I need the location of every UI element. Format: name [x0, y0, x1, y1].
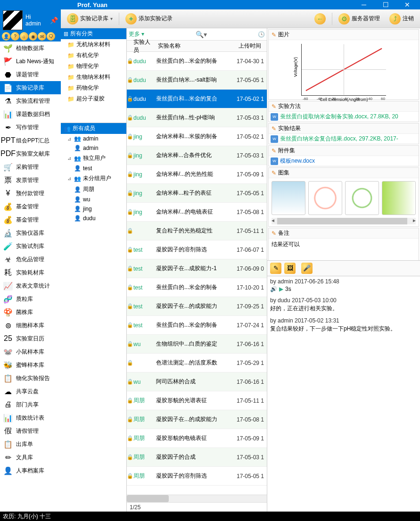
more-link[interactable]: 更多 ▾ — [129, 30, 144, 38]
table-row[interactable]: 🔒test凝胶因子在...的成胶能力17-09-25 1 — [127, 297, 267, 316]
user-icon[interactable]: 👤 — [2, 32, 10, 41]
member-item[interactable]: 👤jing — [61, 204, 126, 214]
nav-item[interactable]: 💰基金管理 — [0, 200, 61, 213]
nav-item[interactable]: 💰基金管理 — [0, 213, 61, 226]
nav-item[interactable]: 🐝蜜蜂样本库 — [0, 358, 61, 372]
table-row[interactable]: 🔒dudu蚕丝蛋白纳...性-pH影响17-05-03 1 — [127, 108, 267, 127]
result-file[interactable]: W蚕丝蛋白纳米金复合结果.docx, 297.2KB, 2017- — [269, 134, 419, 144]
table-row[interactable]: 🔒dudu蚕丝蛋白纳米...-salt影响17-05-05 1 — [127, 71, 267, 90]
member-item[interactable]: 👤admin — [61, 143, 126, 153]
member-group[interactable]: ⊿👥独立用户 — [61, 153, 126, 164]
nav-item[interactable]: 🛒采购管理 — [0, 160, 61, 174]
nav-item[interactable]: 📄实验记录库 — [0, 81, 61, 94]
nav-item[interactable]: 🚩Lab News-通知 — [0, 55, 61, 68]
nav-item[interactable]: 🖨部门共享 — [0, 398, 61, 411]
nav-item[interactable]: ⚗实验流程管理 — [0, 94, 61, 108]
category-item[interactable]: 📁物理化学 — [61, 61, 126, 72]
table-row[interactable]: 🔒周朋凝胶因子的溶剂筛选17-05-05 1 — [127, 467, 267, 486]
help-icon[interactable]: ? — [11, 32, 19, 41]
nav-item[interactable]: 🔬实验仪器库 — [0, 226, 61, 240]
table-row[interactable]: 🔒jing金纳米棒和...米簇的制备17-05-02 1 — [127, 127, 267, 146]
table-row[interactable]: 🔒wu阿司匹林的合成17-06-16 1 — [127, 372, 267, 391]
image-icon[interactable]: 🖼 — [284, 263, 296, 274]
minimize-button[interactable]: ─ — [353, 0, 375, 9]
gallery-thumb[interactable] — [345, 181, 379, 215]
nav-item[interactable]: 票发票管理 — [0, 174, 61, 187]
logout-button[interactable]: ⤴ 注销 — [386, 12, 417, 26]
table-row[interactable]: 🔒test蚕丝蛋白的...米金的制备17-10-20 1 — [127, 278, 267, 297]
pin-icon[interactable]: 📌 — [50, 17, 58, 24]
clock-icon[interactable]: 🕓 — [258, 31, 265, 38]
maximize-button[interactable]: ☐ — [375, 0, 396, 9]
library-button[interactable]: 🗄 实验记录库 ▾ — [64, 12, 116, 26]
table-row[interactable]: 🔒dudu蚕丝蛋白和...米金的复合17-05-02 1 — [127, 90, 267, 108]
nav-item[interactable]: 📊绩效统计表 — [0, 411, 61, 424]
table-row[interactable]: 🔒test凝胶因子在...成胶能力-117-06-09 0 — [127, 259, 267, 278]
member-group[interactable]: ⊿👥admin — [61, 134, 126, 143]
table-row[interactable]: 🔒wu生物组织中...白质的鉴定17-06-16 1 — [127, 335, 267, 354]
table-row[interactable]: 🔒jing金纳米棒...粒子的表征17-05-05 1 — [127, 184, 267, 203]
nav-item[interactable]: 📊课题数据归档 — [0, 108, 61, 121]
compose-icon[interactable]: ✎ — [270, 263, 281, 274]
nav-item[interactable]: 🌱植物数据库 — [0, 41, 61, 55]
gallery-thumb[interactable] — [382, 181, 416, 215]
table-row[interactable]: 🔒jing金纳米棒/...的光热性能17-05-09 1 — [127, 165, 267, 184]
pencil-icon[interactable]: ✎ — [272, 230, 276, 237]
server-manage-button[interactable]: ⚙ 服务器管理 — [335, 12, 383, 26]
gallery-scrollbar[interactable]: ◄► — [272, 218, 416, 224]
nav-item[interactable]: 假请假管理 — [0, 424, 61, 438]
col-name[interactable]: 实验名称 — [156, 42, 237, 50]
nav-item[interactable]: ☣危化品管理 — [0, 253, 61, 266]
table-row[interactable]: 🔒色谱法测定...的活度系数17-05-29 1 — [127, 354, 267, 372]
audio-message[interactable]: 🔊▶3s — [270, 285, 417, 293]
category-item[interactable]: 📁超分子凝胶 — [61, 93, 126, 104]
nav-item[interactable]: ¥预付款管理 — [0, 187, 61, 200]
nav-item[interactable]: PPT组会PPT汇总 — [0, 134, 61, 147]
attachment-file[interactable]: W模板new.docx — [269, 156, 419, 166]
table-row[interactable]: 🔒复合粒子的光热稳定性17-05-11 1 — [127, 222, 267, 240]
member-group[interactable]: ⊿👥未分组用户 — [61, 173, 126, 184]
nav-item[interactable]: 25实验室日历 — [0, 332, 61, 345]
pencil-icon[interactable]: ✎ — [272, 170, 276, 176]
globe-icon[interactable]: ◉ — [29, 32, 37, 41]
nav-item[interactable]: 🧬质粒库 — [0, 292, 61, 306]
chat-icon[interactable]: 🗨 — [47, 32, 55, 41]
member-item[interactable]: 👤周朋 — [61, 184, 126, 195]
nav-item[interactable]: 👤人事档案库 — [0, 464, 61, 477]
close-button[interactable]: ✕ — [396, 0, 418, 9]
member-item[interactable]: 👤test — [61, 164, 126, 173]
table-row[interactable]: 🔒test凝胶因子的溶剂筛选17-06-07 1 — [127, 240, 267, 259]
nav-item[interactable]: ✒写作管理 — [0, 121, 61, 134]
col-time[interactable]: 上传时间 — [237, 42, 267, 50]
avatar[interactable] — [3, 10, 23, 30]
category-item[interactable]: 📁生物纳米材料 — [61, 72, 126, 83]
member-item[interactable]: 👤wu — [61, 195, 126, 204]
nav-item[interactable]: ☁共享云盘 — [0, 385, 61, 398]
nav-item[interactable]: 🍄菌株库 — [0, 306, 61, 319]
category-item[interactable]: 📁无机纳米材料 — [61, 39, 126, 50]
method-file[interactable]: W蚕丝蛋白提取纳米金制备实验.docx, 27.8KB, 20 — [269, 112, 419, 122]
table-row[interactable]: 🔒test蚕丝蛋白的...米金的制备17-07-24 1 — [127, 316, 267, 335]
pencil-icon[interactable]: ✎ — [272, 148, 276, 154]
mail-icon[interactable]: ✉ — [38, 32, 46, 41]
home-icon[interactable]: ⌂ — [20, 32, 28, 41]
nav-item[interactable]: ⊚细胞样本库 — [0, 319, 61, 332]
nav-item[interactable]: ✏文具库 — [0, 451, 61, 464]
table-row[interactable]: 🔒周朋凝胶形貌的光谱表征17-05-11 1 — [127, 391, 267, 410]
category-item[interactable]: 📁有机化学 — [61, 50, 126, 61]
table-row[interactable]: 🔒周朋凝胶因子在...的成胶能力17-05-08 1 — [127, 410, 267, 429]
table-row[interactable]: 🔒jing金纳米棒...合条件优化17-05-03 1 — [127, 146, 267, 165]
member-item[interactable]: 👤dudu — [61, 214, 126, 223]
pencil-icon[interactable]: ✎ — [272, 103, 276, 110]
pencil-icon[interactable]: ✎ — [272, 125, 276, 132]
horizontal-scrollbar[interactable] — [127, 495, 267, 502]
table-row[interactable]: 🔒dudu蚕丝蛋白的...米金的制备17-04-30 1 — [127, 52, 267, 71]
nav-item[interactable]: 🧪实验试剂库 — [0, 240, 61, 253]
table-row[interactable]: 🔒周朋凝胶形貌的电镜表征17-05-09 1 — [127, 429, 267, 448]
gallery-thumb[interactable] — [272, 181, 305, 215]
nav-item[interactable]: 📋物化实验报告 — [0, 372, 61, 385]
search-icon[interactable]: 🔍▾ — [196, 31, 207, 38]
gallery-thumb[interactable] — [308, 181, 342, 215]
nav-item[interactable]: 耗实验耗材库 — [0, 266, 61, 279]
table-row[interactable]: 🔒周朋凝胶因子的合成17-05-03 1 — [127, 448, 267, 467]
